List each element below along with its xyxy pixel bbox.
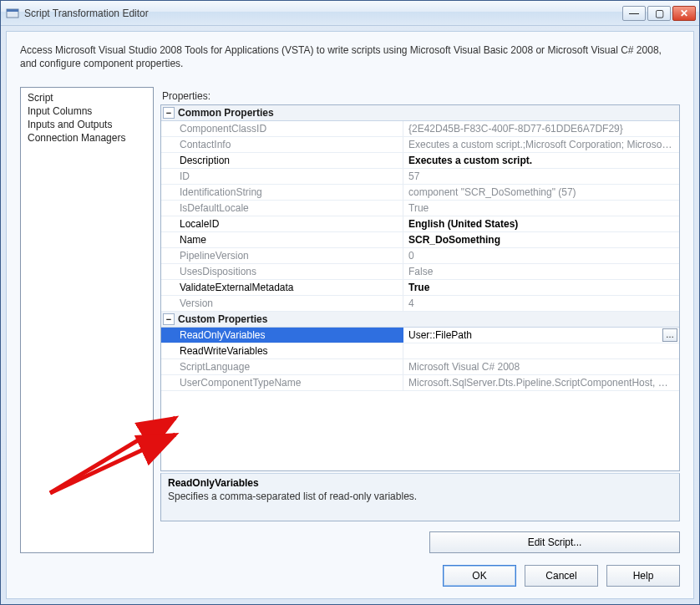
cancel-button[interactable]: Cancel	[525, 565, 598, 587]
help-button[interactable]: Help	[606, 565, 680, 587]
prop-localeid[interactable]: LocaleIDEnglish (United States)	[161, 216, 679, 232]
prop-validateexternalmetadata[interactable]: ValidateExternalMetadataTrue	[161, 280, 679, 296]
collapse-icon[interactable]: −	[163, 313, 175, 325]
prop-readwritevariables[interactable]: ReadWriteVariables	[161, 343, 679, 359]
prop-identificationstring[interactable]: IdentificationStringcomponent "SCR_DoSom…	[161, 185, 679, 201]
nav-item-connection-managers[interactable]: Connection Managers	[23, 131, 151, 145]
nav-item-script[interactable]: Script	[23, 91, 151, 104]
dialog-window: Script Transformation Editor — ▢ ✕ Acces…	[0, 0, 700, 605]
body: Script Input Columns Inputs and Outputs …	[20, 87, 680, 553]
nav-item-input-columns[interactable]: Input Columns	[23, 104, 151, 118]
collapse-icon[interactable]: −	[163, 107, 175, 119]
prop-pipelineversion[interactable]: PipelineVersion0	[161, 248, 679, 264]
window-title: Script Transformation Editor	[24, 8, 622, 19]
category-label: Custom Properties	[178, 313, 267, 325]
category-custom[interactable]: − Custom Properties	[161, 312, 679, 328]
minimize-icon: —	[629, 8, 639, 19]
footer-buttons: OK Cancel Help	[20, 565, 680, 587]
category-common[interactable]: − Common Properties	[161, 105, 679, 121]
prop-usercomponenttypename[interactable]: UserComponentTypeNameMicrosoft.SqlServer…	[161, 375, 679, 391]
properties-label: Properties:	[162, 90, 680, 102]
ellipsis-button[interactable]: …	[662, 328, 677, 342]
help-pane: ReadOnlyVariables Specifies a comma-sepa…	[160, 473, 680, 521]
prop-id[interactable]: ID57	[161, 169, 679, 185]
ok-button[interactable]: OK	[443, 565, 516, 587]
edit-row: Edit Script...	[160, 531, 680, 553]
maximize-button[interactable]: ▢	[647, 6, 671, 21]
prop-scriptlanguage[interactable]: ScriptLanguageMicrosoft Visual C# 2008	[161, 359, 679, 375]
category-label: Common Properties	[178, 107, 274, 119]
window-buttons: — ▢ ✕	[622, 6, 696, 21]
prop-description[interactable]: DescriptionExecutes a custom script.	[161, 153, 679, 169]
help-description: Specifies a comma-separated list of read…	[168, 491, 672, 502]
prop-componentclassid[interactable]: ComponentClassID{2E42D45B-F83C-400F-8D77…	[161, 121, 679, 137]
minimize-button[interactable]: —	[622, 6, 646, 21]
prop-name[interactable]: NameSCR_DoSomething	[161, 232, 679, 248]
close-icon: ✕	[680, 8, 688, 19]
property-grid[interactable]: − Common Properties ComponentClassID{2E4…	[160, 104, 680, 471]
edit-script-button[interactable]: Edit Script...	[429, 531, 680, 553]
app-icon	[6, 7, 19, 20]
help-title: ReadOnlyVariables	[168, 477, 672, 489]
intro-text: Access Microsoft Visual Studio 2008 Tool…	[20, 43, 680, 70]
svg-rect-1	[7, 9, 18, 12]
right-panel: Properties: − Common Properties Componen…	[160, 87, 680, 553]
titlebar[interactable]: Script Transformation Editor — ▢ ✕	[1, 1, 699, 26]
client-area: Access Microsoft Visual Studio 2008 Tool…	[6, 31, 694, 599]
prop-usesdispositions[interactable]: UsesDispositionsFalse	[161, 264, 679, 280]
nav-panel: Script Input Columns Inputs and Outputs …	[20, 87, 154, 553]
prop-readonlyvariables[interactable]: ReadOnlyVariables User::FilePath …	[161, 328, 679, 343]
close-button[interactable]: ✕	[672, 6, 696, 21]
prop-version[interactable]: Version4	[161, 296, 679, 312]
maximize-icon: ▢	[655, 8, 664, 19]
nav-item-inputs-outputs[interactable]: Inputs and Outputs	[23, 118, 151, 131]
prop-contactinfo[interactable]: ContactInfoExecutes a custom script.;Mic…	[161, 137, 679, 153]
prop-isdefaultlocale[interactable]: IsDefaultLocaleTrue	[161, 201, 679, 216]
